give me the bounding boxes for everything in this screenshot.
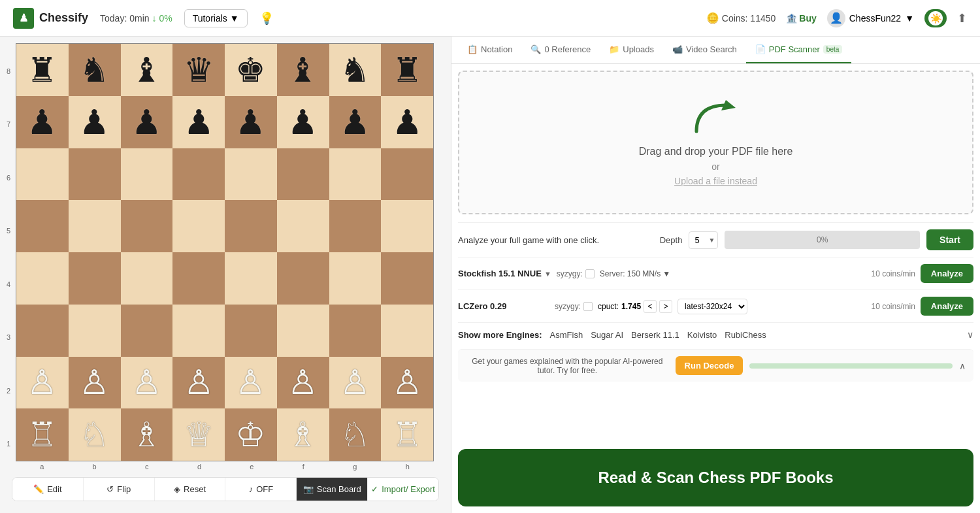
square-6-7[interactable]: ♙	[381, 357, 433, 409]
square-2-0[interactable]	[16, 148, 69, 201]
server-dropdown-icon[interactable]: ▼	[662, 269, 670, 278]
asmfish-chip[interactable]: AsmFish	[550, 330, 583, 340]
expand-engines-icon[interactable]: ∨	[967, 329, 973, 340]
stockfish-analyze-button[interactable]: Analyze	[921, 264, 973, 283]
square-4-6[interactable]	[329, 252, 382, 305]
square-7-6[interactable]: ♘	[329, 408, 382, 461]
tutorials-button[interactable]: Tutorials ▼	[184, 9, 248, 27]
tab-pdf[interactable]: 📄 PDF Scanner beta	[746, 37, 852, 63]
square-5-5[interactable]	[277, 305, 329, 357]
square-5-3[interactable]	[172, 305, 225, 357]
cpuct-decrement[interactable]: <	[644, 300, 657, 313]
square-5-4[interactable]	[225, 305, 277, 357]
logo[interactable]: ♟ Chessify	[13, 8, 88, 29]
square-5-1[interactable]	[69, 305, 121, 357]
square-0-4[interactable]: ♚	[225, 44, 277, 96]
square-3-0[interactable]	[16, 200, 69, 252]
square-7-7[interactable]: ♖	[381, 408, 433, 461]
square-1-1[interactable]: ♟	[69, 96, 121, 148]
scan-board-button[interactable]: 📷 Scan Board	[297, 478, 368, 501]
reset-button[interactable]: ◈ Reset	[155, 478, 226, 501]
lczero-syzygy-checkbox[interactable]	[583, 302, 593, 311]
square-2-6[interactable]	[329, 148, 382, 201]
square-0-2[interactable]: ♝	[121, 44, 173, 96]
square-1-2[interactable]: ♟	[121, 96, 173, 148]
square-4-7[interactable]	[381, 252, 433, 305]
square-1-7[interactable]: ♟	[381, 96, 433, 148]
square-4-2[interactable]	[121, 252, 173, 305]
square-6-5[interactable]: ♙	[277, 357, 329, 409]
square-1-6[interactable]: ♟	[329, 96, 382, 148]
square-2-5[interactable]	[277, 148, 329, 201]
square-4-3[interactable]	[172, 252, 225, 305]
square-0-0[interactable]: ♜	[16, 44, 69, 96]
berserk-chip[interactable]: Berserk 11.1	[631, 330, 679, 340]
square-4-1[interactable]	[69, 252, 121, 305]
cpuct-increment[interactable]: >	[659, 300, 672, 313]
square-6-4[interactable]: ♙	[225, 357, 277, 409]
cta-banner[interactable]: Read & Scan Chess PDF Books	[458, 449, 973, 506]
upload-icon[interactable]: ⬆	[957, 11, 967, 25]
square-3-7[interactable]	[381, 200, 433, 252]
square-5-2[interactable]	[121, 305, 173, 357]
stockfish-syzygy-checkbox[interactable]	[585, 269, 595, 278]
sugai-chip[interactable]: Sugar AI	[591, 330, 623, 340]
tab-notation[interactable]: 📋 Notation	[458, 37, 521, 63]
square-2-3[interactable]	[172, 148, 225, 201]
square-7-0[interactable]: ♖	[16, 408, 69, 461]
square-2-7[interactable]	[381, 148, 433, 201]
square-2-4[interactable]	[225, 148, 277, 201]
run-decode-button[interactable]: Run Decode	[676, 356, 743, 375]
square-7-3[interactable]: ♕	[172, 408, 225, 461]
square-5-0[interactable]	[16, 305, 69, 357]
square-0-5[interactable]: ♝	[277, 44, 329, 96]
decode-collapse-icon[interactable]: ∧	[959, 361, 966, 371]
square-0-3[interactable]: ♛	[172, 44, 225, 96]
square-4-5[interactable]	[277, 252, 329, 305]
square-3-6[interactable]	[329, 200, 382, 252]
square-3-5[interactable]	[277, 200, 329, 252]
square-1-4[interactable]: ♟	[225, 96, 277, 148]
square-3-4[interactable]	[225, 200, 277, 252]
square-6-2[interactable]: ♙	[121, 357, 173, 409]
square-6-0[interactable]: ♙	[16, 357, 69, 409]
koivisto-chip[interactable]: Koivisto	[687, 330, 717, 340]
theme-toggle[interactable]: ☀️	[924, 9, 947, 27]
square-2-1[interactable]	[69, 148, 121, 201]
square-6-1[interactable]: ♙	[69, 357, 121, 409]
tab-video[interactable]: 📹 Video Search	[663, 37, 746, 63]
start-button[interactable]: Start	[926, 229, 973, 250]
square-4-0[interactable]	[16, 252, 69, 305]
square-0-1[interactable]: ♞	[69, 44, 121, 96]
stockfish-dropdown[interactable]: ▼	[544, 270, 551, 278]
import-export-button[interactable]: ✓ Import/ Export	[368, 478, 438, 501]
square-3-3[interactable]	[172, 200, 225, 252]
square-5-6[interactable]	[329, 305, 382, 357]
square-7-5[interactable]: ♗	[277, 408, 329, 461]
flip-button[interactable]: ↺ Flip	[84, 478, 155, 501]
depth-select[interactable]: 5101520	[689, 231, 718, 249]
square-2-2[interactable]	[121, 148, 173, 201]
rubichess-chip[interactable]: RubiChess	[725, 330, 766, 340]
square-6-6[interactable]: ♙	[329, 357, 382, 409]
lczero-version-select[interactable]: latest-320x24	[678, 299, 747, 314]
square-1-3[interactable]: ♟	[172, 96, 225, 148]
square-1-0[interactable]: ♟	[16, 96, 69, 148]
buy-button[interactable]: 🏦 Buy	[786, 13, 816, 24]
square-7-1[interactable]: ♘	[69, 408, 121, 461]
pdf-drop-zone[interactable]: Drag and drop your PDF file here or Uplo…	[458, 71, 973, 214]
square-6-3[interactable]: ♙	[172, 357, 225, 409]
square-7-2[interactable]: ♗	[121, 408, 173, 461]
square-7-4[interactable]: ♔	[225, 408, 277, 461]
edit-button[interactable]: ✏️ Edit	[12, 478, 84, 501]
square-5-7[interactable]	[381, 305, 433, 357]
square-3-2[interactable]	[121, 200, 173, 252]
tab-uploads[interactable]: 📁 Uploads	[600, 37, 663, 63]
upload-link[interactable]: Upload a file instead	[674, 176, 757, 186]
chess-board[interactable]: ♜♞♝♛♚♝♞♜♟♟♟♟♟♟♟♟♙♙♙♙♙♙♙♙♖♘♗♕♔♗♘♖	[16, 43, 434, 461]
square-0-6[interactable]: ♞	[329, 44, 382, 96]
square-3-1[interactable]	[69, 200, 121, 252]
square-0-7[interactable]: ♜	[381, 44, 433, 96]
lczero-analyze-button[interactable]: Analyze	[921, 297, 973, 316]
square-1-5[interactable]: ♟	[277, 96, 329, 148]
